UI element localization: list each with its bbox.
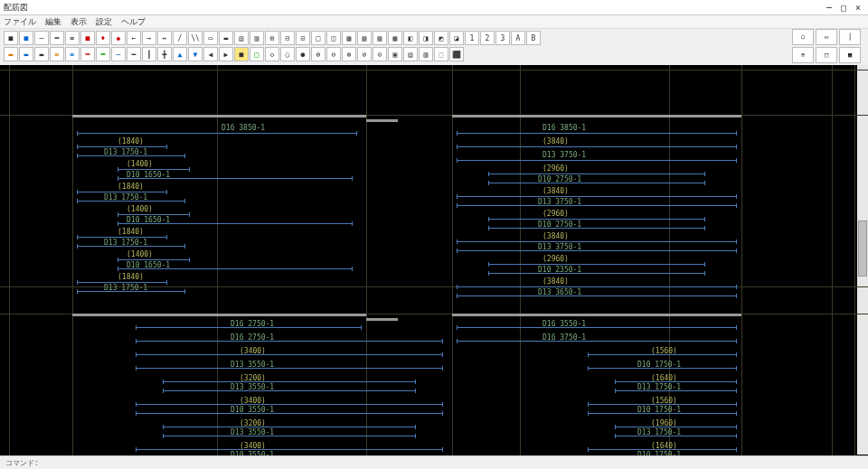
toolbar-button[interactable]: ◫ (326, 31, 341, 45)
toolbar-button[interactable]: ⊘ (357, 47, 372, 61)
toolbar-button[interactable]: ▲ (173, 47, 187, 61)
rebar-line[interactable] (136, 413, 443, 414)
rebar-line[interactable] (118, 214, 190, 215)
toolbar-button[interactable]: ▼ (188, 47, 203, 61)
panel-button[interactable]: ○ (792, 29, 814, 45)
toolbar-button[interactable]: ▦ (342, 31, 356, 45)
toolbar-button[interactable]: 3 (495, 31, 510, 45)
rebar-line[interactable] (488, 273, 705, 274)
panel-button[interactable]: ▦ (839, 47, 861, 63)
toolbar-button[interactable]: ⊡ (296, 31, 310, 45)
toolbar-button[interactable]: ◪ (449, 31, 464, 45)
rebar-line[interactable] (457, 250, 737, 251)
toolbar-button[interactable]: B (526, 31, 541, 45)
toolbar-button[interactable]: ╋ (157, 47, 172, 61)
toolbar-button[interactable]: ♦ (96, 31, 110, 45)
rebar-line[interactable] (488, 264, 705, 265)
rebar-line[interactable] (457, 133, 737, 134)
toolbar-button[interactable]: ◧ (403, 31, 418, 45)
toolbar-button[interactable]: ▶ (219, 47, 233, 61)
rebar-line[interactable] (77, 146, 167, 147)
toolbar-button[interactable]: ≡ (50, 47, 64, 61)
toolbar-button[interactable]: ▧ (357, 31, 372, 45)
toolbar-button[interactable]: ▣ (388, 47, 402, 61)
rebar-line[interactable] (163, 381, 416, 382)
toolbar-button[interactable]: □ (250, 47, 264, 61)
toolbar-button[interactable]: ▭ (203, 31, 218, 45)
toolbar-button[interactable]: ← (127, 31, 141, 45)
toolbar-button[interactable]: ○ (280, 47, 295, 61)
rebar-line[interactable] (457, 295, 737, 296)
toolbar-button[interactable]: ▨ (373, 31, 387, 45)
toolbar-button[interactable]: ─ (34, 31, 49, 45)
toolbar-button[interactable]: → (142, 31, 156, 45)
toolbar-button[interactable]: \\ (188, 31, 203, 45)
menu-item[interactable]: ファイル (4, 16, 36, 28)
rebar-line[interactable] (488, 183, 705, 183)
toolbar-button[interactable]: ≡ (65, 47, 80, 61)
toolbar-button[interactable]: □ (311, 31, 326, 45)
rebar-line[interactable] (488, 228, 705, 229)
toolbar-button[interactable]: ═ (50, 31, 64, 45)
rebar-line[interactable] (457, 327, 737, 328)
rebar-line[interactable] (163, 427, 416, 427)
rebar-line[interactable] (77, 237, 167, 238)
toolbar-button[interactable]: ▬ (34, 47, 49, 61)
close-button[interactable]: × (852, 1, 864, 14)
toolbar-button[interactable]: 1 (465, 31, 479, 45)
vertical-scrollbar[interactable] (857, 65, 868, 455)
drawing-canvas[interactable]: D16 3850-1(1840)D13 1750-1(1400)D10 1650… (0, 65, 868, 467)
toolbar-button[interactable]: ▩ (388, 31, 402, 45)
panel-button[interactable]: │ (839, 29, 861, 45)
menu-item[interactable]: 編集 (45, 16, 61, 28)
toolbar-button[interactable]: ◩ (434, 31, 448, 45)
toolbar-button[interactable]: ◆ (111, 31, 126, 45)
toolbar-button[interactable]: ▥ (250, 31, 264, 45)
toolbar-button[interactable]: ⊖ (326, 47, 341, 61)
rebar-line[interactable] (118, 169, 190, 170)
toolbar-button[interactable]: ▬ (219, 31, 233, 45)
rebar-line[interactable] (163, 436, 416, 436)
scrollbar-thumb[interactable] (858, 220, 867, 277)
rebar-line[interactable] (488, 174, 705, 174)
rebar-line[interactable] (136, 341, 443, 342)
rebar-line[interactable] (136, 449, 443, 450)
toolbar-button[interactable]: A (511, 31, 525, 45)
rebar-line[interactable] (118, 259, 190, 260)
menu-item[interactable]: ヘルプ (121, 16, 146, 28)
toolbar-button[interactable]: ◇ (265, 47, 279, 61)
toolbar-button[interactable]: ◀ (203, 47, 218, 61)
toolbar-button[interactable]: ● (296, 47, 310, 61)
toolbar-button[interactable]: / (173, 31, 187, 45)
toolbar-button[interactable]: ⊟ (280, 31, 295, 45)
toolbar-button[interactable]: ◨ (419, 31, 433, 45)
toolbar-button[interactable]: ═ (96, 47, 110, 61)
toolbar-button[interactable]: ■ (4, 31, 18, 45)
toolbar-button[interactable]: ▤ (234, 31, 249, 45)
rebar-line[interactable] (77, 133, 357, 134)
toolbar-button[interactable]: ≡ (65, 31, 80, 45)
rebar-line[interactable] (457, 286, 737, 287)
minimize-button[interactable]: ─ (823, 1, 835, 14)
toolbar-button[interactable]: ⊙ (373, 47, 387, 61)
toolbar-button[interactable]: ▤ (403, 47, 418, 61)
toolbar-button[interactable]: ⊞ (265, 31, 279, 45)
rebar-line[interactable] (136, 368, 443, 369)
rebar-line[interactable] (457, 205, 737, 206)
toolbar-button[interactable]: ⊗ (342, 47, 356, 61)
toolbar-button[interactable]: ■ (234, 47, 249, 61)
menu-item[interactable]: 表示 (71, 16, 87, 28)
rebar-line[interactable] (457, 241, 737, 242)
toolbar-button[interactable]: ■ (19, 31, 33, 45)
toolbar-button[interactable]: ■ (80, 31, 95, 45)
rebar-line[interactable] (488, 219, 705, 220)
maximize-button[interactable]: □ (837, 1, 850, 14)
toolbar-button[interactable]: ┃ (142, 47, 156, 61)
toolbar-button[interactable]: ═ (80, 47, 95, 61)
toolbar-button[interactable]: ━ (127, 47, 141, 61)
rebar-line[interactable] (457, 146, 737, 147)
toolbar-button[interactable]: 2 (480, 31, 495, 45)
rebar-line[interactable] (457, 196, 737, 197)
rebar-line[interactable] (136, 404, 443, 405)
rebar-line[interactable] (136, 354, 443, 355)
